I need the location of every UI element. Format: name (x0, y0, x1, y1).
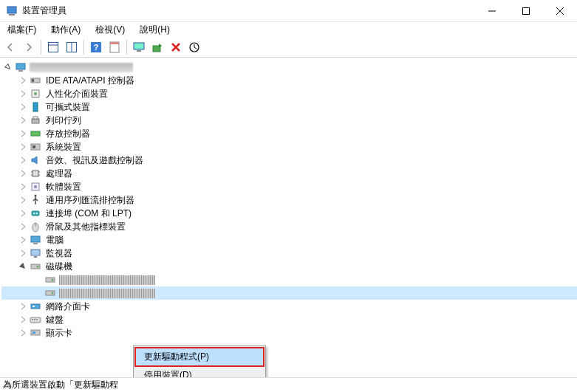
menu-file[interactable]: 檔案(F) (4, 22, 39, 38)
tree-label: 存放控制器 (44, 127, 92, 141)
svg-rect-32 (33, 171, 38, 176)
tree-node[interactable]: 人性化介面裝置 (1, 87, 577, 100)
port-icon (30, 207, 41, 219)
tree-node[interactable]: 列印佇列 (1, 114, 577, 127)
tree-label: IDE ATA/ATAPI 控制器 (44, 74, 136, 88)
scan-hardware-button[interactable] (185, 38, 203, 56)
expand-icon[interactable] (18, 182, 28, 192)
tree-label: 滑鼠及其他指標裝置 (44, 220, 127, 234)
expand-icon[interactable] (18, 115, 28, 125)
processor-icon (30, 168, 41, 179)
tree-node[interactable]: 音效、視訊及遊戲控制器 (1, 154, 577, 167)
status-text: 為所選裝置啟動「更新驅動程 (3, 379, 118, 391)
disk-drive-icon (30, 261, 41, 272)
expand-icon[interactable] (18, 75, 28, 86)
svg-rect-1 (9, 14, 15, 16)
menu-view[interactable]: 檢視(V) (92, 22, 128, 38)
svg-rect-23 (32, 79, 34, 82)
expand-icon[interactable] (18, 301, 28, 312)
tree-node[interactable]: 網路介面卡 (1, 300, 577, 313)
tree-node[interactable]: 系統裝置 (1, 140, 577, 154)
maximize-button[interactable] (509, 0, 543, 22)
svg-rect-56 (33, 306, 35, 307)
expand-icon[interactable] (18, 155, 28, 165)
svg-rect-46 (33, 243, 38, 244)
expand-icon[interactable] (18, 208, 28, 219)
context-menu: 更新驅動程式(P) 停用裝置(D) 解除安裝裝置(U) 掃描硬體變更(A) 內容… (133, 345, 266, 377)
menu-update-driver[interactable]: 更新驅動程式(P) (135, 348, 264, 366)
expand-icon[interactable] (18, 89, 28, 99)
forward-button[interactable] (20, 38, 38, 56)
svg-rect-15 (137, 50, 141, 52)
menu-action[interactable]: 動作(A) (48, 22, 83, 38)
tree-node[interactable]: 顯示卡 (1, 326, 577, 340)
tree-node[interactable]: 電腦 (1, 233, 577, 247)
svg-rect-26 (33, 103, 38, 111)
svg-rect-20 (16, 63, 25, 69)
tree-node-disk-drives[interactable]: 磁碟機 (1, 260, 577, 273)
toolbar-separator (126, 40, 127, 55)
menu-help[interactable]: 說明(H) (137, 22, 173, 38)
tree-node[interactable]: IDE ATA/ATAPI 控制器 (1, 74, 577, 87)
expand-icon[interactable] (18, 248, 28, 258)
menu-disable-device[interactable]: 停用裝置(D) (135, 366, 264, 377)
tree-node[interactable]: 可攜式裝置 (1, 100, 577, 114)
expand-icon[interactable] (18, 314, 28, 325)
tree-node[interactable]: 軟體裝置 (1, 180, 577, 193)
svg-point-50 (37, 266, 39, 268)
svg-rect-59 (34, 319, 35, 320)
window-title: 裝置管理員 (22, 4, 475, 17)
expand-icon[interactable] (18, 328, 28, 338)
tree-node[interactable]: 存放控制器 (1, 127, 577, 140)
uninstall-button[interactable] (167, 38, 185, 56)
monitor-icon (30, 247, 41, 259)
software-device-icon (30, 181, 41, 193)
collapse-icon[interactable] (18, 261, 28, 272)
disk-name-blurred (59, 275, 155, 285)
window-controls (475, 0, 577, 22)
tree-label: 連接埠 (COM 和 LPT) (44, 207, 133, 221)
network-adapter-icon (30, 300, 41, 312)
monitor-button[interactable] (130, 38, 148, 56)
svg-rect-60 (36, 319, 38, 320)
expand-icon[interactable] (18, 102, 28, 112)
svg-rect-48 (34, 256, 37, 258)
svg-point-25 (34, 92, 37, 95)
tree-label: 鍵盤 (44, 313, 65, 327)
tree-node[interactable]: 監視器 (1, 247, 577, 260)
minimize-button[interactable] (475, 0, 509, 22)
svg-point-52 (52, 279, 54, 281)
computer-name-blurred (30, 63, 133, 72)
tree-node[interactable]: 連接埠 (COM 和 LPT) (1, 207, 577, 220)
close-button[interactable] (543, 0, 577, 22)
expand-icon[interactable] (18, 128, 28, 139)
disk-drive-icon (44, 274, 56, 286)
toolbar-separator (83, 40, 84, 55)
usb-icon (30, 194, 41, 206)
properties-button[interactable] (106, 38, 123, 56)
collapse-icon[interactable] (3, 62, 13, 72)
device-tree: IDE ATA/ATAPI 控制器 人性化介面裝置 可攜式裝置 列印佇列 存放控… (0, 58, 577, 377)
tree-root[interactable] (1, 61, 577, 74)
hid-icon (30, 88, 41, 100)
expand-icon[interactable] (18, 221, 28, 232)
tree-node[interactable]: 鍵盤 (1, 313, 577, 326)
tree-leaf-disk-selected[interactable] (1, 286, 577, 300)
expand-icon[interactable] (18, 235, 28, 245)
svg-point-41 (33, 213, 35, 214)
help-button[interactable]: ? (87, 38, 105, 56)
tree-node[interactable]: 滑鼠及其他指標裝置 (1, 220, 577, 233)
tree-node[interactable]: 處理器 (1, 167, 577, 180)
details-button[interactable] (44, 38, 62, 56)
list-button[interactable] (63, 38, 81, 56)
tree-leaf-disk[interactable] (1, 273, 577, 286)
update-driver-button[interactable] (148, 38, 166, 56)
tree-label: 音效、視訊及遊戲控制器 (44, 154, 145, 168)
tree-node[interactable]: 通用序列匯流排控制器 (1, 193, 577, 207)
portable-device-icon (30, 101, 41, 113)
svg-rect-55 (31, 304, 40, 309)
expand-icon[interactable] (18, 195, 28, 205)
back-button[interactable] (1, 38, 19, 56)
expand-icon[interactable] (18, 142, 28, 152)
expand-icon[interactable] (18, 168, 28, 179)
